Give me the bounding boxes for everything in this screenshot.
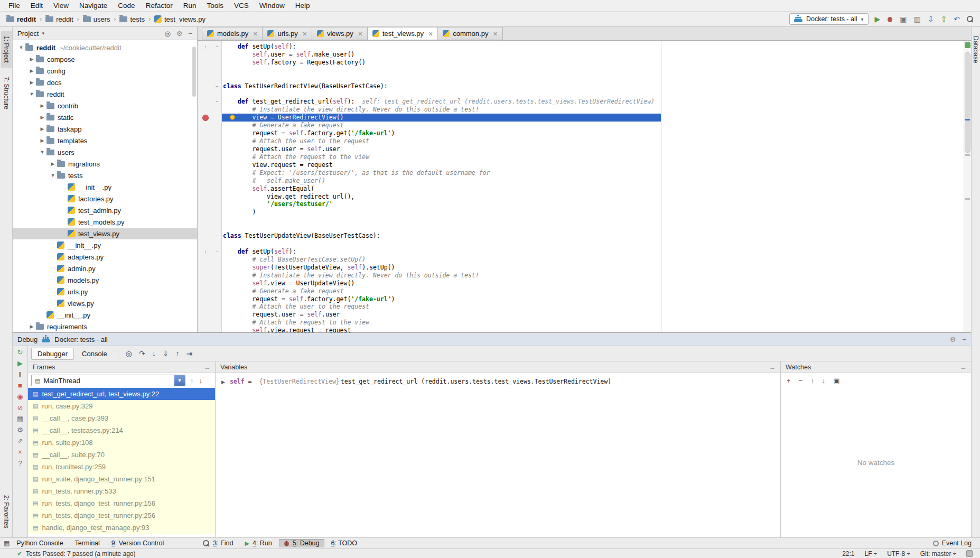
project-tree-item-contrib[interactable]: ▶contrib — [13, 100, 197, 111]
fold-marker[interactable]: − — [213, 233, 221, 239]
project-tree-item-config[interactable]: ▶config — [13, 65, 197, 77]
chevron-collapsed-icon[interactable]: ▶ — [49, 161, 57, 166]
close-icon[interactable]: × — [303, 30, 307, 38]
code-line[interactable]: self.view.request = request — [222, 327, 964, 332]
project-tree-item-reddit[interactable]: ▼reddit~/cookiecutter/reddit — [13, 42, 197, 53]
inspection-status-icon[interactable] — [965, 42, 970, 48]
project-tree-item-taskapp[interactable]: ▶taskapp — [13, 123, 197, 135]
project-tree-item-init-py[interactable]: __init__.py — [13, 181, 197, 193]
project-tree-item-migrations[interactable]: ▶migrations — [13, 158, 197, 170]
code-line[interactable] — [222, 216, 964, 224]
frame-item[interactable]: ▤run_tests, django_test_runner.py:156 — [28, 497, 215, 509]
pin-icon[interactable]: ⇗ — [17, 438, 23, 444]
code-line[interactable]: def setUp(self): — [222, 43, 964, 51]
code-line[interactable]: self.user = self.make_user() — [222, 51, 964, 59]
restore-layout-icon[interactable]: ▦ — [17, 415, 23, 422]
status-message[interactable]: ✔ Tests Passed: 7 passed (a minute ago) — [17, 550, 136, 557]
thread-selector[interactable]: ▤ MainThread ▼ — [31, 375, 185, 386]
code-line[interactable]: request = self.factory.get('/fake-url') — [222, 295, 964, 303]
breadcrumb-item-reddit[interactable]: reddit — [45, 15, 73, 23]
toolwindow-tab-event-log[interactable]: Event Log — [928, 539, 976, 547]
vcs-commit-button[interactable]: ⇧ — [941, 15, 947, 23]
code-line[interactable] — [222, 90, 964, 98]
resume-icon[interactable]: ▶ — [17, 360, 23, 367]
toolwindow-tab-todo[interactable]: 6: TODO — [326, 539, 362, 547]
close-icon[interactable]: × — [18, 449, 22, 455]
code-line[interactable]: # Attach the user to the request — [222, 303, 964, 311]
code-line[interactable]: # Attach the request to the view — [222, 153, 964, 161]
frame-item[interactable]: ▤test_get_redirect_url, test_views.py:22 — [28, 388, 215, 400]
code-line[interactable]: # Generate a fake request — [222, 122, 964, 129]
project-tree-item-static[interactable]: ▶static — [13, 111, 197, 123]
frame-item[interactable]: ▤handle, django_test_manage.py:93 — [28, 522, 215, 534]
vcs-update-button[interactable]: ⇩ — [928, 15, 934, 23]
code-line[interactable]: def test_get_redirect_url(self): self: t… — [222, 98, 964, 106]
step-into-icon[interactable]: ↓ — [152, 350, 156, 357]
toolwindow-button-database[interactable]: Database — [970, 31, 980, 68]
hide-panel-icon[interactable]: → — [204, 364, 210, 371]
project-tree-item-urls-py[interactable]: urls.py — [13, 286, 197, 297]
chevron-down-icon[interactable]: ▾ — [42, 31, 44, 36]
code-line[interactable]: def setUp(self): — [222, 248, 964, 256]
breadcrumb-item-reddit[interactable]: reddit — [6, 15, 36, 23]
close-icon[interactable]: × — [428, 30, 433, 38]
code-line[interactable]: request.user = self.user — [222, 311, 964, 319]
next-frame-icon[interactable]: ↓ — [199, 377, 203, 384]
editor-tab-test-views-py[interactable]: test_views.py× — [367, 27, 437, 40]
rerun-icon[interactable]: ↻ — [17, 349, 23, 356]
chevron-collapsed-icon[interactable]: ▶ — [27, 80, 36, 85]
code-line[interactable] — [222, 67, 964, 75]
chevron-expanded-icon[interactable]: ▼ — [17, 45, 25, 50]
project-tree-item-test-models-py[interactable]: test_models.py — [13, 216, 197, 228]
chevron-expanded-icon[interactable]: ▼ — [49, 173, 57, 178]
force-step-into-icon[interactable]: ⇓ — [163, 350, 169, 357]
project-tree-item-docs[interactable]: ▶docs — [13, 77, 197, 88]
code-line[interactable]: view.request = request — [222, 161, 964, 169]
chevron-collapsed-icon[interactable]: ▶ — [27, 324, 36, 329]
chevron-collapsed-icon[interactable]: ▶ — [38, 138, 46, 143]
breadcrumb-item-test-views-py[interactable]: test_views.py — [154, 15, 206, 23]
breadcrumb-item-users[interactable]: users — [83, 15, 110, 23]
chevron-expanded-icon[interactable]: ▼ — [38, 150, 46, 155]
menu-tools[interactable]: Tools — [201, 1, 229, 10]
close-icon[interactable]: × — [253, 30, 257, 38]
code-line[interactable]: # call BaseUserTestCase.setUp() — [222, 256, 964, 264]
code-line[interactable]: # Expect: '/users/testuser/', as that is… — [222, 169, 964, 177]
code-line[interactable]: # Attach the user to the request — [222, 137, 964, 145]
toolwindow-tab-find[interactable]: 3: Find — [198, 539, 238, 547]
chevron-collapsed-icon[interactable]: ▶ — [38, 103, 46, 108]
code-line[interactable]: ) — [222, 208, 964, 216]
toolwindow-switcher-icon[interactable]: ▦ — [4, 540, 10, 546]
editor-tab-urls-py[interactable]: urls.py× — [262, 27, 311, 40]
code-line[interactable]: # Instantiate the view directly. Never d… — [222, 272, 964, 280]
coverage-button[interactable]: ▣ — [900, 15, 907, 23]
hide-icon[interactable]: − — [188, 30, 192, 37]
project-tree-item-views-py[interactable]: views.py — [13, 297, 197, 309]
fold-marker[interactable]: − — [213, 83, 221, 89]
menu-navigate[interactable]: Navigate — [74, 1, 113, 10]
variable-row[interactable]: ▶self = {TestUserRedirectView}test_get_r… — [221, 376, 774, 388]
run-button[interactable]: ▶ — [875, 15, 881, 23]
toolwindow-tab-terminal[interactable]: Terminal — [70, 539, 105, 547]
project-tree-item-templates[interactable]: ▶templates — [13, 135, 197, 146]
code-line[interactable] — [222, 224, 964, 232]
code-line[interactable]: super(TestUserUpdateView, self).setUp() — [222, 264, 964, 272]
code-line[interactable]: view.get_redirect_url(), — [222, 193, 964, 201]
project-tree-item-factories-py[interactable]: factories.py — [13, 193, 197, 204]
close-icon[interactable]: × — [358, 30, 362, 38]
caret-position-widget[interactable]: 22:1 — [842, 550, 854, 557]
stop-icon[interactable]: ■ — [18, 382, 22, 389]
chevron-down-icon[interactable]: ▼ — [174, 375, 185, 386]
hide-icon[interactable]: − — [962, 336, 966, 343]
line-ending-widget[interactable]: LF — [865, 550, 878, 557]
remove-watch-icon[interactable]: − — [799, 377, 803, 384]
editor-tab-views-py[interactable]: views.py× — [312, 27, 367, 40]
add-watch-icon[interactable]: + — [787, 377, 791, 384]
step-over-icon[interactable]: ↷ — [139, 350, 145, 357]
project-tree-item-test-views-py[interactable]: test_views.py — [13, 228, 197, 239]
run-configuration-selector[interactable]: Docker: tests - all ▾ — [789, 13, 869, 25]
settings-icon[interactable]: ⚙ — [17, 426, 23, 433]
hide-panel-icon[interactable]: → — [960, 364, 966, 371]
menu-view[interactable]: View — [48, 1, 74, 10]
frame-item[interactable]: ▤run_tests, django_test_runner.py:256 — [28, 509, 215, 522]
